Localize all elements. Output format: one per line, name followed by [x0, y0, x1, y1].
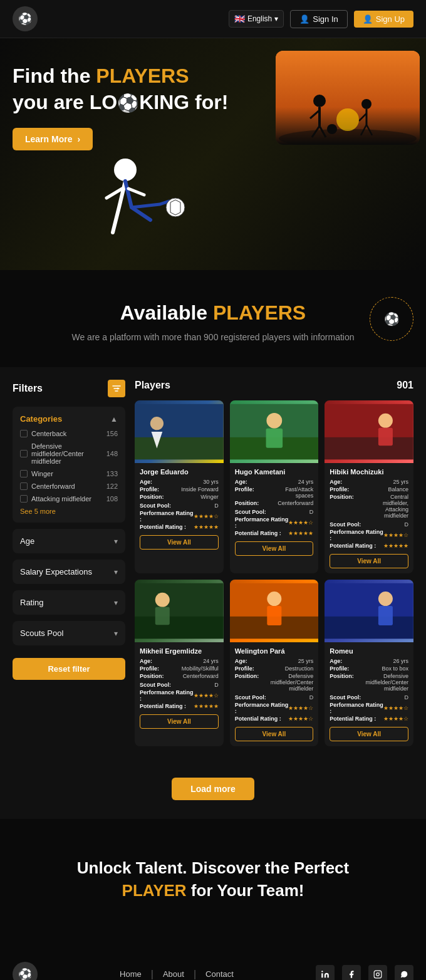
def-mid-checkbox[interactable] — [20, 450, 28, 457]
signup-button[interactable]: 👤 Sign Up — [354, 11, 413, 28]
def-mid-count: 148 — [106, 450, 118, 457]
player-pot-hugo: Potential Rating : ★★★★★ — [235, 530, 314, 536]
svg-point-40 — [321, 971, 323, 972]
svg-rect-29 — [135, 617, 224, 639]
scouts-pool-filter[interactable]: Scouts Pool ▾ — [13, 621, 125, 645]
age-filter[interactable]: Age ▾ — [13, 529, 125, 553]
footer-link-home[interactable]: Home — [120, 969, 142, 979]
available-section: Available PLAYERS We are a platform with… — [0, 270, 426, 367]
linkedin-icon[interactable] — [316, 965, 335, 980]
player-card-body-hibiki: Hibiki Mochizuki Age: 25 yrs Profile: Ba… — [325, 463, 413, 573]
player-scout-jorge: Scout Pool: D — [140, 503, 219, 509]
att-mid-checkbox[interactable] — [20, 495, 28, 503]
centerforward-checkbox[interactable] — [20, 482, 28, 490]
scouts-pool-label: Scouts Pool — [20, 628, 63, 638]
load-more-button[interactable]: Load more — [172, 778, 254, 800]
svg-point-22 — [266, 413, 282, 429]
svg-rect-41 — [374, 971, 382, 978]
player-image-hugo — [230, 400, 319, 463]
players-area: Players 901 Jorge Eduardo Age: — [125, 380, 413, 746]
filter-item-centerback: Centerback 156 — [20, 430, 118, 437]
svg-point-15 — [166, 198, 185, 217]
footer-nav: Home | About | Contact — [120, 969, 234, 980]
player-pot-jorge: Potential Rating : ★★★★★ — [140, 524, 219, 530]
player-card-romeu[interactable]: Romeu Age: 26 yrs Profile: Box to box Po… — [325, 580, 413, 746]
player-card-body-romeu: Romeu Age: 26 yrs Profile: Box to box Po… — [325, 642, 413, 746]
player-card-welington[interactable]: Welington Pará Age: 25 yrs Profile: Dest… — [230, 580, 319, 746]
rating-filter[interactable]: Rating ▾ — [13, 590, 125, 615]
player-card-jorge[interactable]: Jorge Eduardo Age: 30 yrs Profile: Insid… — [135, 400, 224, 573]
player-profile-row-jorge: Profile: Inside Forward — [140, 486, 219, 493]
player-perf-mikheil: Performance Rating : ★★★★☆ — [140, 689, 219, 702]
player-profile-row-hugo: Profile: Fast/Attack spaces — [235, 486, 314, 499]
player-pot-hibiki: Potential Rating : ★★★★★ — [330, 543, 408, 549]
player-name-mikheil: Mikheil Ergemlidze — [140, 647, 219, 655]
footer-link-contact[interactable]: Contact — [205, 969, 234, 979]
categories-header[interactable]: Categories ▲ — [20, 414, 118, 424]
view-all-button-hugo[interactable]: View All — [235, 541, 314, 556]
svg-rect-39 — [378, 606, 393, 625]
svg-rect-31 — [155, 607, 170, 625]
footer-divider-1: | — [151, 969, 153, 980]
player-card-hugo[interactable]: Hugo Kametani Age: 24 yrs Profile: Fast/… — [230, 400, 319, 573]
available-title-prefix: Available — [120, 301, 207, 324]
player-profile-row-hibiki: Profile: Balance — [330, 486, 408, 493]
language-selector[interactable]: 🇬🇧 English ▾ — [229, 10, 284, 28]
player-scout-welington: Scout Pool: D — [235, 694, 314, 701]
signin-label: Sign In — [313, 14, 338, 24]
filters-title: Filters — [13, 383, 43, 394]
badge-ring: ⚽ — [370, 297, 413, 341]
scouts-pool-chevron-icon: ▾ — [114, 629, 118, 638]
player-name-romeu: Romeu — [330, 647, 408, 655]
whatsapp-icon[interactable] — [395, 965, 413, 980]
cta-title: Unlock Talent. Discover the Perfect PLAY… — [19, 857, 407, 902]
footer-link-about[interactable]: About — [163, 969, 184, 979]
hero-title-suffix2: KING for! — [139, 91, 228, 113]
player-image-hibiki — [325, 400, 413, 463]
reset-filter-button[interactable]: Reset filter — [13, 658, 125, 680]
winger-label: Winger — [31, 470, 53, 477]
filter-item-att-mid: Attacking midfielder 108 — [20, 495, 118, 503]
salary-filter[interactable]: Salary Expectations ▾ — [13, 560, 125, 584]
player-position-row-hibiki: Position: Central midfielder, Attacking … — [330, 494, 408, 519]
svg-point-19 — [150, 417, 164, 430]
player-position-row-welington: Position: Defensive midfielder/Center mi… — [235, 673, 314, 692]
cta-section: Unlock Talent. Discover the Perfect PLAY… — [0, 819, 426, 943]
salary-chevron-icon: ▾ — [114, 568, 118, 576]
learn-more-button[interactable]: Learn More › — [13, 128, 93, 150]
filter-item-centerforward: Centerforward 122 — [20, 482, 118, 490]
instagram-icon[interactable] — [368, 965, 387, 980]
signin-button[interactable]: 👤 Sign In — [290, 10, 347, 28]
view-all-button-hibiki[interactable]: View All — [330, 554, 408, 568]
svg-point-13 — [336, 108, 359, 131]
player-name-hugo: Hugo Kametani — [235, 468, 314, 476]
filter-item-winger: Winger 133 — [20, 470, 118, 477]
view-all-button-welington[interactable]: View All — [235, 727, 314, 741]
centerback-checkbox[interactable] — [20, 430, 28, 437]
see-more-link[interactable]: See 5 more — [20, 508, 118, 515]
player-perf-romeu: Performance Rating : ★★★★☆ — [330, 702, 408, 714]
centerforward-label: Centerforward — [31, 482, 75, 490]
filter-item-def-mid: Defensive midfielder/Center midfielder 1… — [20, 442, 118, 465]
nav-right: 🇬🇧 English ▾ 👤 Sign In 👤 Sign Up — [229, 10, 413, 28]
player-card-mikheil[interactable]: Mikheil Ergemlidze Age: 24 yrs Profile: … — [135, 580, 224, 746]
logo-icon: ⚽ — [18, 12, 32, 26]
soccer-ball-icon: ⚽ — [117, 93, 139, 113]
navbar: ⚽ 🇬🇧 English ▾ 👤 Sign In 👤 Sign Up — [0, 0, 426, 38]
player-name-hibiki: Hibiki Mochizuki — [330, 468, 408, 476]
facebook-icon[interactable] — [342, 965, 361, 980]
player-profile-row-welington: Profile: Destruction — [235, 665, 314, 672]
player-card-hibiki[interactable]: Hibiki Mochizuki Age: 25 yrs Profile: Ba… — [325, 400, 413, 573]
categories-filter: Categories ▲ Centerback 156 Defensive mi… — [13, 407, 125, 523]
winger-checkbox[interactable] — [20, 470, 28, 477]
available-title: Available PLAYERS — [13, 301, 413, 325]
view-all-button-mikheil[interactable]: View All — [140, 714, 219, 729]
player-scout-hibiki: Scout Pool: D — [330, 521, 408, 528]
att-mid-count: 108 — [106, 495, 118, 503]
footer-divider-2: | — [194, 969, 196, 980]
view-all-button-jorge[interactable]: View All — [140, 535, 219, 550]
cta-title-highlight: PLAYER — [122, 881, 187, 900]
view-all-button-romeu[interactable]: View All — [330, 727, 408, 741]
categories-label: Categories — [20, 414, 62, 424]
filter-icon[interactable] — [108, 380, 125, 397]
